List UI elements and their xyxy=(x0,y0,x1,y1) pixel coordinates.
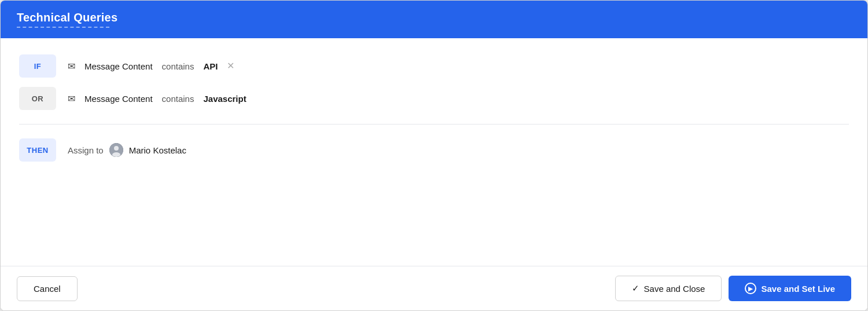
assign-label: Assign to xyxy=(68,145,104,155)
then-details: Assign to Mario Kostelac xyxy=(68,143,186,157)
or-condition-row: OR ✉ Message Content contains Javascript xyxy=(19,87,849,110)
then-row: THEN Assign to Mario Kostelac xyxy=(19,138,849,162)
modal-body: IF ✉ Message Content contains API ✕ OR ✉… xyxy=(1,38,867,266)
assignee-name: Mario Kostelac xyxy=(129,145,186,155)
or-operator: contains xyxy=(162,94,194,104)
title-underline xyxy=(17,27,109,28)
message-icon: ✉ xyxy=(68,61,75,72)
or-badge: OR xyxy=(19,87,56,110)
if-badge: IF xyxy=(19,54,56,78)
svg-point-2 xyxy=(112,152,120,157)
if-operator: contains xyxy=(162,61,194,71)
or-condition-details: ✉ Message Content contains Javascript xyxy=(68,93,247,104)
cancel-button[interactable]: Cancel xyxy=(17,276,78,301)
if-field: Message Content xyxy=(84,61,153,71)
or-field: Message Content xyxy=(84,94,153,104)
save-live-label: Save and Set Live xyxy=(761,284,835,294)
modal-title: Technical Queries xyxy=(17,11,851,24)
message-icon-2: ✉ xyxy=(68,93,75,104)
play-icon: ▶ xyxy=(745,283,756,294)
checkmark-icon: ✓ xyxy=(632,283,639,294)
save-close-label: Save and Close xyxy=(644,284,705,294)
modal-header: Technical Queries xyxy=(1,1,867,38)
avatar xyxy=(109,143,123,157)
if-value: API xyxy=(203,61,218,71)
or-value: Javascript xyxy=(203,94,246,104)
section-divider xyxy=(19,124,849,125)
then-badge: THEN xyxy=(19,138,56,162)
save-and-set-live-button[interactable]: ▶ Save and Set Live xyxy=(729,276,851,301)
modal-footer: Cancel ✓ Save and Close ▶ Save and Set L… xyxy=(1,266,867,310)
svg-point-1 xyxy=(114,146,119,151)
if-condition-row: IF ✉ Message Content contains API ✕ xyxy=(19,54,849,78)
if-condition-details: ✉ Message Content contains API ✕ xyxy=(68,61,234,72)
remove-condition-icon[interactable]: ✕ xyxy=(227,61,234,71)
footer-right: ✓ Save and Close ▶ Save and Set Live xyxy=(615,276,851,301)
save-and-close-button[interactable]: ✓ Save and Close xyxy=(615,276,722,301)
modal-container: Technical Queries IF ✉ Message Content c… xyxy=(0,0,868,311)
